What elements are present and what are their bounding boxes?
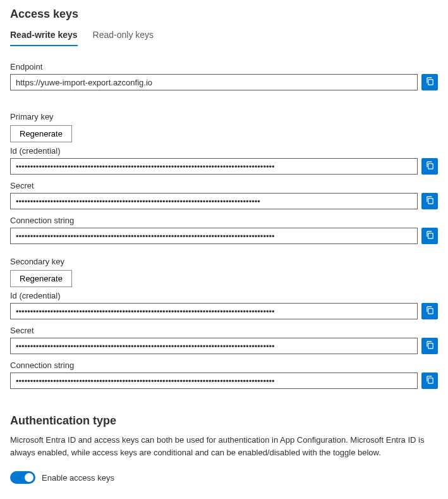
secondary-key-section: Secondary key Regenerate Id (credential)… — [10, 257, 438, 389]
primary-id-label: Id (credential) — [10, 146, 438, 156]
copy-endpoint-button[interactable] — [421, 74, 438, 90]
authentication-section: Authentication type Microsoft Entra ID a… — [10, 414, 438, 484]
authentication-description: Microsoft Entra ID and access keys can b… — [10, 434, 438, 459]
primary-id-input[interactable] — [10, 158, 418, 175]
copy-primary-secret-button[interactable] — [421, 193, 438, 209]
secondary-id-input[interactable] — [10, 303, 418, 319]
tab-read-write-keys[interactable]: Read-write keys — [10, 30, 78, 46]
copy-secondary-conn-button[interactable] — [421, 373, 438, 389]
secondary-conn-input[interactable] — [10, 373, 418, 389]
copy-icon — [425, 340, 435, 352]
copy-icon — [425, 375, 435, 386]
primary-conn-input[interactable] — [10, 228, 418, 244]
copy-secondary-id-button[interactable] — [421, 303, 438, 319]
secondary-conn-label: Connection string — [10, 360, 438, 370]
copy-icon — [425, 305, 435, 317]
endpoint-input[interactable] — [10, 74, 418, 90]
copy-icon — [425, 230, 435, 242]
copy-primary-id-button[interactable] — [421, 158, 438, 175]
secondary-secret-input[interactable] — [10, 338, 418, 354]
secondary-key-title: Secondary key — [10, 257, 438, 266]
svg-rect-5 — [428, 343, 433, 348]
enable-access-keys-toggle[interactable] — [10, 471, 35, 484]
copy-primary-conn-button[interactable] — [421, 228, 438, 244]
tabs-container: Read-write keys Read-only keys — [10, 30, 438, 47]
enable-access-keys-label: Enable access keys — [42, 473, 114, 483]
svg-rect-0 — [428, 80, 433, 85]
copy-icon — [425, 161, 435, 172]
secondary-secret-label: Secret — [10, 326, 438, 335]
copy-icon — [425, 77, 435, 88]
regenerate-primary-button[interactable]: Regenerate — [10, 125, 72, 142]
toggle-knob — [25, 473, 33, 482]
primary-key-title: Primary key — [10, 112, 438, 121]
page-title: Access keys — [10, 8, 438, 21]
copy-icon — [425, 195, 435, 207]
primary-secret-input[interactable] — [10, 193, 418, 209]
svg-rect-4 — [428, 309, 433, 314]
primary-conn-label: Connection string — [10, 216, 438, 225]
tab-read-only-keys[interactable]: Read-only keys — [93, 30, 154, 46]
endpoint-label: Endpoint — [10, 62, 438, 71]
authentication-title: Authentication type — [10, 414, 438, 428]
svg-rect-2 — [428, 199, 433, 204]
primary-secret-label: Secret — [10, 181, 438, 190]
copy-secondary-secret-button[interactable] — [421, 338, 438, 354]
primary-key-section: Primary key Regenerate Id (credential) S… — [10, 112, 438, 244]
regenerate-secondary-button[interactable]: Regenerate — [10, 270, 72, 287]
svg-rect-1 — [428, 164, 433, 169]
svg-rect-6 — [428, 378, 433, 383]
svg-rect-3 — [428, 233, 433, 238]
secondary-id-label: Id (credential) — [10, 291, 438, 300]
